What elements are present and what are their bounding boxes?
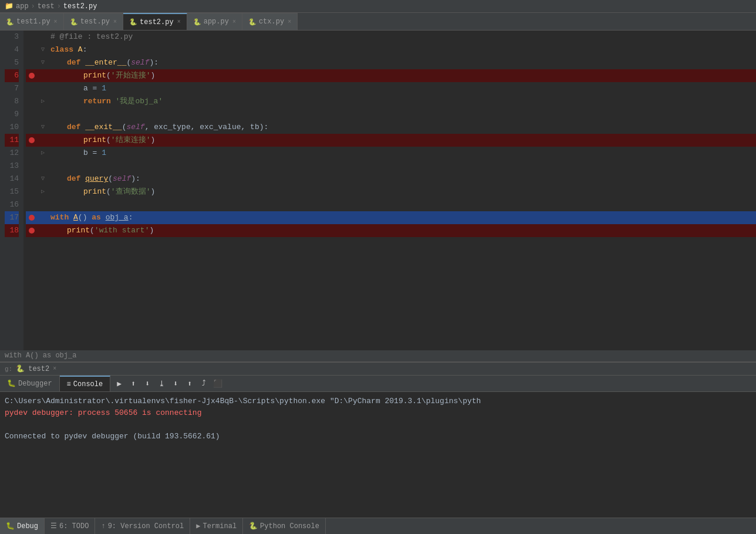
code-text-10: def __exit__(self, exc_type, exc_value, … bbox=[48, 121, 756, 134]
debug-btn-frames[interactable]: ⬛ bbox=[211, 377, 224, 390]
fold-5[interactable]: ▽ bbox=[38, 56, 48, 69]
code-hint-bar: with A() as obj_a bbox=[0, 350, 756, 362]
debug-btn-resume[interactable]: ▶ bbox=[113, 377, 126, 390]
vc-label: 9: Version Control bbox=[108, 522, 184, 530]
bottom-todo[interactable]: ☰ 6: TODO bbox=[45, 518, 95, 534]
tab-test2[interactable]: 🐍 test2.py × bbox=[123, 13, 187, 30]
tab-close-test2[interactable]: × bbox=[177, 19, 181, 25]
breadcrumb-icon: 📁 bbox=[5, 2, 14, 11]
debug-btn-step-out[interactable]: ⬇ bbox=[169, 377, 182, 390]
code-line-15: ▷ print('查询数据') bbox=[26, 185, 756, 198]
breadcrumb-file[interactable]: test2.py bbox=[63, 2, 97, 11]
code-line-14: ▽ def query(self): bbox=[26, 173, 756, 185]
console-icon: ≡ bbox=[67, 380, 71, 388]
tab-label-ctx: ctx.py bbox=[259, 18, 284, 26]
code-text-15: print('查询数据') bbox=[48, 185, 756, 198]
tab-icon-test: 🐍 bbox=[70, 18, 78, 26]
python-console-label: Python Console bbox=[260, 522, 319, 530]
debug-btn-up[interactable]: ⬆ bbox=[127, 377, 140, 390]
terminal-label: Terminal bbox=[203, 522, 237, 530]
todo-icon: ☰ bbox=[50, 522, 57, 530]
bp-gutter-17[interactable] bbox=[26, 215, 38, 221]
code-text-3: # @file : test2.py bbox=[48, 31, 756, 43]
bottom-python-console[interactable]: 🐍 Python Console bbox=[243, 518, 326, 534]
code-editor[interactable]: # @file : test2.py ▽ class A: ▽ def __en… bbox=[23, 31, 756, 350]
debug-btn-run-to[interactable]: ⬆ bbox=[183, 377, 196, 390]
breadcrumb-app[interactable]: app bbox=[16, 2, 29, 11]
breadcrumb: 📁 app › test › test2.py bbox=[0, 0, 756, 13]
console-line-2: pydev debugger: process 50656 is connect… bbox=[5, 407, 751, 419]
breadcrumb-test[interactable]: test bbox=[38, 2, 55, 11]
tab-app[interactable]: 🐍 app.py × bbox=[187, 13, 242, 30]
code-line-7: a = 1 bbox=[26, 82, 756, 95]
code-line-13 bbox=[26, 160, 756, 173]
editor-tabs: 🐍 test1.py × 🐍 test.py × 🐍 test2.py × 🐍 … bbox=[0, 13, 756, 31]
fold-12[interactable]: ▷ bbox=[38, 147, 48, 160]
code-text-11: print('结束连接') bbox=[48, 134, 756, 147]
tab-label-test2: test2.py bbox=[140, 18, 174, 26]
terminal-icon: ▶ bbox=[196, 522, 200, 530]
code-text-9 bbox=[48, 108, 756, 121]
tab-close-ctx[interactable]: × bbox=[288, 19, 291, 25]
fold-4[interactable]: ▽ bbox=[38, 43, 48, 56]
debug-tab-close[interactable]: × bbox=[53, 366, 56, 372]
console-line-3 bbox=[5, 419, 751, 431]
tab-ctx[interactable]: 🐍 ctx.py × bbox=[242, 13, 298, 30]
fold-14[interactable]: ▽ bbox=[38, 173, 48, 185]
debug-btn-step-into[interactable]: ⤓ bbox=[155, 377, 168, 390]
tab-test1[interactable]: 🐍 test1.py × bbox=[0, 13, 64, 30]
code-line-8: ▷ return '我是obj_a' bbox=[26, 95, 756, 108]
tab-label-test: test.py bbox=[80, 18, 110, 26]
code-text-8: return '我是obj_a' bbox=[48, 95, 756, 108]
debugger-icon: 🐛 bbox=[7, 379, 16, 388]
debug-bottom-icon: 🐛 bbox=[6, 522, 15, 530]
bp-gutter-11[interactable] bbox=[26, 137, 38, 143]
code-hint-text: with A() as obj_a bbox=[5, 352, 76, 360]
debug-name-icon: 🐍 bbox=[16, 364, 25, 373]
breadcrumb-sep1: › bbox=[31, 2, 35, 11]
bottom-bar: 🐛 Debug ☰ 6: TODO ↑ 9: Version Control ▶… bbox=[0, 518, 756, 534]
console-label: Console bbox=[73, 380, 103, 388]
code-line-12: ▷ b = 1 bbox=[26, 147, 756, 160]
bottom-version-control[interactable]: ↑ 9: Version Control bbox=[95, 518, 190, 534]
debug-tab-console[interactable]: ≡ Console bbox=[60, 376, 111, 391]
code-line-4: ▽ class A: bbox=[26, 43, 756, 56]
code-text-16 bbox=[48, 198, 756, 211]
bottom-debug[interactable]: 🐛 Debug bbox=[0, 518, 45, 534]
debug-tabs-bar: 🐛 Debugger ≡ Console ▶ ⬆ ⬇ ⤓ ⬇ ⬆ ⤴ ⬛ bbox=[0, 376, 756, 392]
code-text-13 bbox=[48, 160, 756, 173]
debug-label-prefix: g: bbox=[5, 366, 12, 373]
console-line-1: C:\Users\Administrator\.virtualenvs\fish… bbox=[5, 396, 751, 407]
debug-tab-debugger[interactable]: 🐛 Debugger bbox=[0, 376, 60, 391]
vc-icon: ↑ bbox=[101, 522, 105, 530]
code-line-10: ▽ def __exit__(self, exc_type, exc_value… bbox=[26, 121, 756, 134]
tab-icon-test1: 🐍 bbox=[6, 18, 14, 26]
code-line-3: # @file : test2.py bbox=[26, 31, 756, 43]
bottom-terminal[interactable]: ▶ Terminal bbox=[190, 518, 243, 534]
code-text-14: def query(self): bbox=[48, 173, 756, 185]
bp-gutter-18[interactable] bbox=[26, 228, 38, 234]
breakpoint-dot-17 bbox=[29, 215, 35, 221]
tab-test[interactable]: 🐍 test.py × bbox=[64, 13, 123, 30]
console-output[interactable]: C:\Users\Administrator\.virtualenvs\fish… bbox=[0, 392, 756, 518]
fold-8[interactable]: ▷ bbox=[38, 95, 48, 108]
debug-btn-step-over[interactable]: ⬇ bbox=[141, 377, 154, 390]
tab-icon-test2: 🐍 bbox=[129, 18, 137, 26]
debug-tab-name[interactable]: test2 bbox=[28, 365, 49, 373]
tab-close-test1[interactable]: × bbox=[54, 19, 58, 25]
fold-10[interactable]: ▽ bbox=[38, 121, 48, 134]
debug-btn-eval[interactable]: ⤴ bbox=[197, 377, 210, 390]
code-text-6: print('开始连接') bbox=[48, 69, 756, 82]
fold-15[interactable]: ▷ bbox=[38, 185, 48, 198]
code-text-4: class A: bbox=[48, 43, 756, 56]
tab-close-test[interactable]: × bbox=[113, 19, 117, 25]
tab-close-app[interactable]: × bbox=[232, 19, 236, 25]
breakpoint-dot-18 bbox=[29, 228, 35, 234]
code-line-18: print('with start') bbox=[26, 224, 756, 237]
editor-area: 3 4 5 6 7 8 9 10 11 12 13 14 15 16 17 18… bbox=[0, 31, 756, 362]
line-numbers: 3 4 5 6 7 8 9 10 11 12 13 14 15 16 17 18 bbox=[0, 31, 23, 350]
code-line-6: print('开始连接') bbox=[26, 69, 756, 82]
bp-gutter-6[interactable] bbox=[26, 73, 38, 79]
tab-label-test1: test1.py bbox=[16, 18, 50, 26]
tab-label-app: app.py bbox=[204, 18, 229, 26]
